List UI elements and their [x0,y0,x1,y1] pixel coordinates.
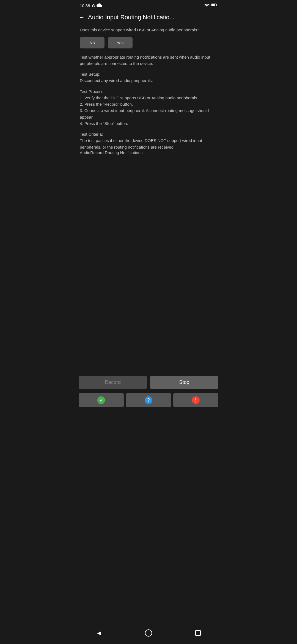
status-right [204,3,217,8]
question-text: Does this device support wired USB or An… [80,27,217,33]
stop-button[interactable]: Stop [150,376,218,389]
result-buttons-row: ✓ ? ! [74,393,223,413]
nav-back-icon: ◀ [97,630,101,636]
nav-home-button[interactable] [143,627,154,638]
info-icon: ? [145,396,152,404]
nav-bar: ◀ [74,624,223,644]
svg-rect-2 [211,4,215,6]
cloud-icon [97,3,102,8]
nav-back-button[interactable]: ◀ [94,627,105,638]
info-button[interactable]: ? [126,393,171,407]
pass-button[interactable]: ✓ [79,393,124,407]
criteria-text: The test passes if either the device DOE… [80,138,202,149]
yes-no-buttons: No Yes [80,37,217,48]
process-step-1: 1. Verify that the DUT supports USB or A… [80,95,198,100]
description-text: Test whether appropriate routing notific… [80,54,217,67]
status-left: 10:38 G [80,3,102,8]
time-display: 10:38 [80,3,90,8]
fail-icon: ! [192,396,200,404]
back-button[interactable]: ← [79,14,85,21]
process-step-4: 4. Press the "Stop" button. [80,121,128,126]
nav-recent-button[interactable] [193,627,204,638]
process-step-2: 2. Press the "Record" button. [80,102,133,107]
header: ← Audio Input Routing Notificatio... [74,10,223,25]
process-label: Test Process: [80,89,105,94]
criteria-section: Test Criteria: The test passes if either… [80,131,217,155]
nav-recent-icon [195,630,201,636]
fail-button[interactable]: ! [173,393,218,407]
criteria-label: Test Criteria: [80,132,103,137]
page-title: Audio Input Routing Notificatio... [88,14,218,21]
process-section: Test Process: 1. Verify that the DUT sup… [80,88,217,127]
pass-icon: ✓ [97,396,105,404]
setup-label: Test Setup: [80,72,100,77]
yes-button[interactable]: Yes [108,37,133,48]
main-content: Does this device support wired USB or An… [74,25,223,370]
record-button[interactable]: Record [79,376,147,389]
spacer [74,413,223,624]
action-buttons-row: Record Stop [74,370,223,393]
wifi-icon [204,3,210,8]
process-step-3: 3. Connect a wired input peripheral. A c… [80,108,209,119]
criteria-name: AudioRecord Routing Notifications [80,150,142,155]
svg-rect-1 [216,4,217,6]
setup-text: Disconnect any wired audio peripherals. [80,78,153,83]
no-button[interactable]: No [80,37,105,48]
nav-home-icon [145,629,152,637]
status-bar: 10:38 G [74,0,223,10]
battery-icon [211,3,217,8]
setup-section: Test Setup: Disconnect any wired audio p… [80,71,217,84]
google-icon: G [92,3,95,8]
